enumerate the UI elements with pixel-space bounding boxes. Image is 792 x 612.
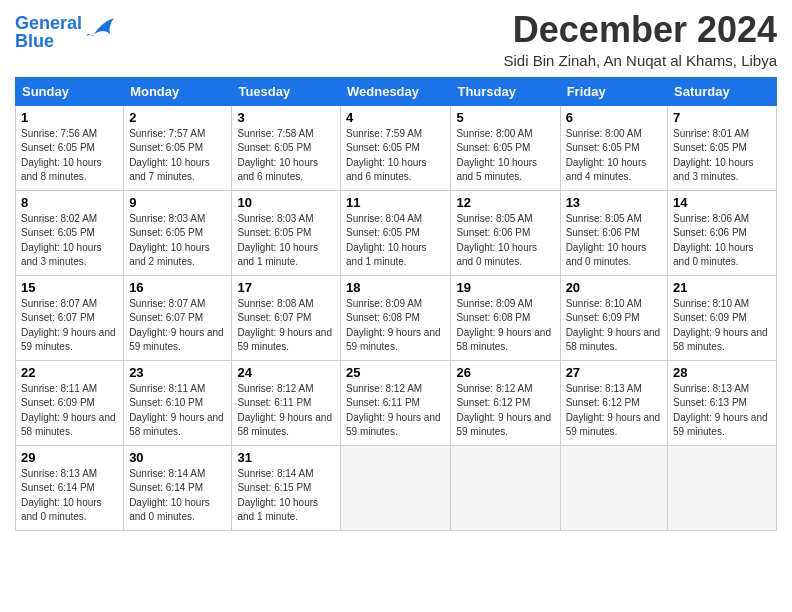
calendar-cell: 22Sunrise: 8:11 AMSunset: 6:09 PMDayligh… bbox=[16, 360, 124, 445]
day-info: Sunrise: 7:58 AMSunset: 6:05 PMDaylight:… bbox=[237, 127, 335, 185]
day-info: Sunrise: 8:01 AMSunset: 6:05 PMDaylight:… bbox=[673, 127, 771, 185]
weekday-header-saturday: Saturday bbox=[668, 77, 777, 105]
calendar-cell: 15Sunrise: 8:07 AMSunset: 6:07 PMDayligh… bbox=[16, 275, 124, 360]
day-number: 1 bbox=[21, 110, 118, 125]
day-number: 21 bbox=[673, 280, 771, 295]
week-row-3: 15Sunrise: 8:07 AMSunset: 6:07 PMDayligh… bbox=[16, 275, 777, 360]
day-info: Sunrise: 8:10 AMSunset: 6:09 PMDaylight:… bbox=[566, 297, 662, 355]
day-number: 19 bbox=[456, 280, 554, 295]
calendar-cell: 30Sunrise: 8:14 AMSunset: 6:14 PMDayligh… bbox=[124, 445, 232, 530]
day-info: Sunrise: 8:03 AMSunset: 6:05 PMDaylight:… bbox=[129, 212, 226, 270]
day-number: 29 bbox=[21, 450, 118, 465]
week-row-1: 1Sunrise: 7:56 AMSunset: 6:05 PMDaylight… bbox=[16, 105, 777, 190]
calendar-cell: 20Sunrise: 8:10 AMSunset: 6:09 PMDayligh… bbox=[560, 275, 667, 360]
day-number: 12 bbox=[456, 195, 554, 210]
calendar-cell: 24Sunrise: 8:12 AMSunset: 6:11 PMDayligh… bbox=[232, 360, 341, 445]
calendar-cell: 4Sunrise: 7:59 AMSunset: 6:05 PMDaylight… bbox=[341, 105, 451, 190]
calendar-cell: 7Sunrise: 8:01 AMSunset: 6:05 PMDaylight… bbox=[668, 105, 777, 190]
calendar-cell bbox=[560, 445, 667, 530]
calendar-cell: 2Sunrise: 7:57 AMSunset: 6:05 PMDaylight… bbox=[124, 105, 232, 190]
day-info: Sunrise: 8:05 AMSunset: 6:06 PMDaylight:… bbox=[566, 212, 662, 270]
day-info: Sunrise: 8:12 AMSunset: 6:11 PMDaylight:… bbox=[237, 382, 335, 440]
day-info: Sunrise: 8:11 AMSunset: 6:10 PMDaylight:… bbox=[129, 382, 226, 440]
calendar-cell: 17Sunrise: 8:08 AMSunset: 6:07 PMDayligh… bbox=[232, 275, 341, 360]
day-info: Sunrise: 8:00 AMSunset: 6:05 PMDaylight:… bbox=[566, 127, 662, 185]
day-info: Sunrise: 8:04 AMSunset: 6:05 PMDaylight:… bbox=[346, 212, 445, 270]
day-info: Sunrise: 8:07 AMSunset: 6:07 PMDaylight:… bbox=[21, 297, 118, 355]
day-number: 3 bbox=[237, 110, 335, 125]
day-number: 5 bbox=[456, 110, 554, 125]
month-year-title: December 2024 bbox=[504, 10, 778, 50]
calendar-cell: 12Sunrise: 8:05 AMSunset: 6:06 PMDayligh… bbox=[451, 190, 560, 275]
calendar-cell: 9Sunrise: 8:03 AMSunset: 6:05 PMDaylight… bbox=[124, 190, 232, 275]
day-info: Sunrise: 8:13 AMSunset: 6:12 PMDaylight:… bbox=[566, 382, 662, 440]
day-info: Sunrise: 8:14 AMSunset: 6:15 PMDaylight:… bbox=[237, 467, 335, 525]
day-info: Sunrise: 8:14 AMSunset: 6:14 PMDaylight:… bbox=[129, 467, 226, 525]
day-info: Sunrise: 8:12 AMSunset: 6:12 PMDaylight:… bbox=[456, 382, 554, 440]
location-subtitle: Sidi Bin Zinah, An Nuqat al Khams, Libya bbox=[504, 52, 778, 69]
day-number: 24 bbox=[237, 365, 335, 380]
day-info: Sunrise: 8:08 AMSunset: 6:07 PMDaylight:… bbox=[237, 297, 335, 355]
weekday-header-friday: Friday bbox=[560, 77, 667, 105]
day-info: Sunrise: 8:03 AMSunset: 6:05 PMDaylight:… bbox=[237, 212, 335, 270]
calendar-cell: 29Sunrise: 8:13 AMSunset: 6:14 PMDayligh… bbox=[16, 445, 124, 530]
calendar-cell: 14Sunrise: 8:06 AMSunset: 6:06 PMDayligh… bbox=[668, 190, 777, 275]
calendar-cell: 21Sunrise: 8:10 AMSunset: 6:09 PMDayligh… bbox=[668, 275, 777, 360]
day-number: 28 bbox=[673, 365, 771, 380]
day-info: Sunrise: 7:56 AMSunset: 6:05 PMDaylight:… bbox=[21, 127, 118, 185]
calendar-table: SundayMondayTuesdayWednesdayThursdayFrid… bbox=[15, 77, 777, 531]
day-info: Sunrise: 8:05 AMSunset: 6:06 PMDaylight:… bbox=[456, 212, 554, 270]
day-info: Sunrise: 8:07 AMSunset: 6:07 PMDaylight:… bbox=[129, 297, 226, 355]
week-row-5: 29Sunrise: 8:13 AMSunset: 6:14 PMDayligh… bbox=[16, 445, 777, 530]
calendar-cell: 8Sunrise: 8:02 AMSunset: 6:05 PMDaylight… bbox=[16, 190, 124, 275]
calendar-cell: 28Sunrise: 8:13 AMSunset: 6:13 PMDayligh… bbox=[668, 360, 777, 445]
calendar-cell: 11Sunrise: 8:04 AMSunset: 6:05 PMDayligh… bbox=[341, 190, 451, 275]
day-number: 13 bbox=[566, 195, 662, 210]
day-number: 22 bbox=[21, 365, 118, 380]
day-info: Sunrise: 8:10 AMSunset: 6:09 PMDaylight:… bbox=[673, 297, 771, 355]
weekday-header-tuesday: Tuesday bbox=[232, 77, 341, 105]
day-info: Sunrise: 8:11 AMSunset: 6:09 PMDaylight:… bbox=[21, 382, 118, 440]
day-info: Sunrise: 8:02 AMSunset: 6:05 PMDaylight:… bbox=[21, 212, 118, 270]
weekday-header-thursday: Thursday bbox=[451, 77, 560, 105]
day-number: 27 bbox=[566, 365, 662, 380]
day-number: 9 bbox=[129, 195, 226, 210]
calendar-cell: 25Sunrise: 8:12 AMSunset: 6:11 PMDayligh… bbox=[341, 360, 451, 445]
calendar-cell: 23Sunrise: 8:11 AMSunset: 6:10 PMDayligh… bbox=[124, 360, 232, 445]
day-number: 16 bbox=[129, 280, 226, 295]
weekday-header-sunday: Sunday bbox=[16, 77, 124, 105]
day-info: Sunrise: 8:12 AMSunset: 6:11 PMDaylight:… bbox=[346, 382, 445, 440]
week-row-2: 8Sunrise: 8:02 AMSunset: 6:05 PMDaylight… bbox=[16, 190, 777, 275]
day-number: 25 bbox=[346, 365, 445, 380]
logo-bird-icon bbox=[84, 14, 116, 42]
calendar-cell: 27Sunrise: 8:13 AMSunset: 6:12 PMDayligh… bbox=[560, 360, 667, 445]
day-number: 31 bbox=[237, 450, 335, 465]
day-number: 30 bbox=[129, 450, 226, 465]
day-number: 10 bbox=[237, 195, 335, 210]
day-info: Sunrise: 8:09 AMSunset: 6:08 PMDaylight:… bbox=[456, 297, 554, 355]
day-number: 17 bbox=[237, 280, 335, 295]
calendar-cell: 5Sunrise: 8:00 AMSunset: 6:05 PMDaylight… bbox=[451, 105, 560, 190]
logo-text: GeneralBlue bbox=[15, 14, 82, 50]
day-info: Sunrise: 8:00 AMSunset: 6:05 PMDaylight:… bbox=[456, 127, 554, 185]
page-header: GeneralBlue December 2024 Sidi Bin Zinah… bbox=[15, 10, 777, 69]
day-number: 18 bbox=[346, 280, 445, 295]
calendar-cell: 6Sunrise: 8:00 AMSunset: 6:05 PMDaylight… bbox=[560, 105, 667, 190]
day-number: 2 bbox=[129, 110, 226, 125]
day-info: Sunrise: 7:59 AMSunset: 6:05 PMDaylight:… bbox=[346, 127, 445, 185]
day-info: Sunrise: 8:06 AMSunset: 6:06 PMDaylight:… bbox=[673, 212, 771, 270]
day-info: Sunrise: 8:13 AMSunset: 6:13 PMDaylight:… bbox=[673, 382, 771, 440]
logo: GeneralBlue bbox=[15, 14, 116, 50]
calendar-cell: 26Sunrise: 8:12 AMSunset: 6:12 PMDayligh… bbox=[451, 360, 560, 445]
day-number: 23 bbox=[129, 365, 226, 380]
weekday-header-wednesday: Wednesday bbox=[341, 77, 451, 105]
calendar-cell: 31Sunrise: 8:14 AMSunset: 6:15 PMDayligh… bbox=[232, 445, 341, 530]
day-info: Sunrise: 8:13 AMSunset: 6:14 PMDaylight:… bbox=[21, 467, 118, 525]
day-number: 4 bbox=[346, 110, 445, 125]
day-info: Sunrise: 8:09 AMSunset: 6:08 PMDaylight:… bbox=[346, 297, 445, 355]
weekday-header-row: SundayMondayTuesdayWednesdayThursdayFrid… bbox=[16, 77, 777, 105]
day-number: 7 bbox=[673, 110, 771, 125]
week-row-4: 22Sunrise: 8:11 AMSunset: 6:09 PMDayligh… bbox=[16, 360, 777, 445]
calendar-cell: 18Sunrise: 8:09 AMSunset: 6:08 PMDayligh… bbox=[341, 275, 451, 360]
calendar-cell: 16Sunrise: 8:07 AMSunset: 6:07 PMDayligh… bbox=[124, 275, 232, 360]
